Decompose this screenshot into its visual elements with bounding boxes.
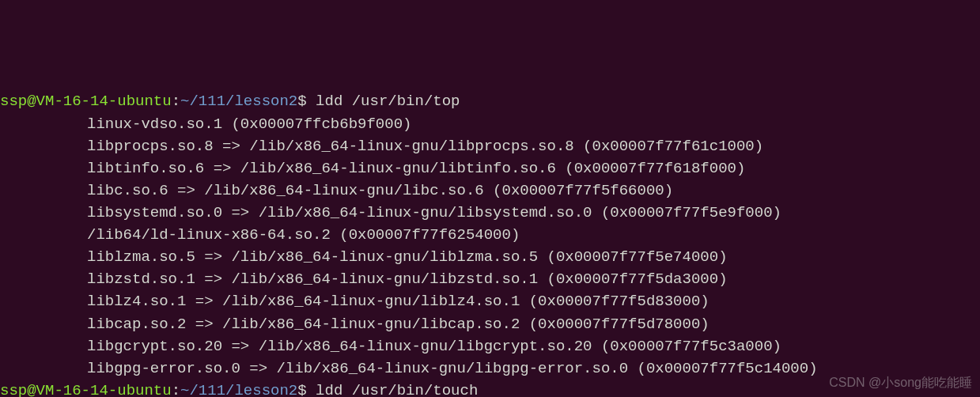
prompt-sep1: :	[172, 382, 180, 397]
output-line: linux-vdso.so.1 (0x00007ffcb6b9f000)	[0, 113, 980, 135]
prompt-line-1: ssp@VM-16-14-ubuntu:~/111/lesson2$ ldd /…	[0, 90, 980, 112]
output-line: liblzma.so.5 => /lib/x86_64-linux-gnu/li…	[0, 246, 980, 268]
prompt-path: ~/111/lesson2	[180, 93, 297, 110]
output-line: libsystemd.so.0 => /lib/x86_64-linux-gnu…	[0, 202, 980, 224]
terminal-output[interactable]: ssp@VM-16-14-ubuntu:~/111/lesson2$ ldd /…	[0, 89, 980, 397]
output-line: libgcrypt.so.20 => /lib/x86_64-linux-gnu…	[0, 335, 980, 357]
output-line: libprocps.so.8 => /lib/x86_64-linux-gnu/…	[0, 135, 980, 157]
output-line: /lib64/ld-linux-x86-64.so.2 (0x00007f77f…	[0, 224, 980, 246]
prompt-sep2: $	[297, 382, 316, 397]
prompt-userhost: ssp@VM-16-14-ubuntu	[0, 382, 172, 397]
command-text: ldd /usr/bin/top	[316, 93, 460, 110]
output-line: libc.so.6 => /lib/x86_64-linux-gnu/libc.…	[0, 180, 980, 202]
prompt-userhost: ssp@VM-16-14-ubuntu	[0, 93, 172, 110]
output-line: libtinfo.so.6 => /lib/x86_64-linux-gnu/l…	[0, 157, 980, 180]
watermark-text: CSDN @小song能吃能睡	[829, 373, 972, 392]
output-line: libzstd.so.1 => /lib/x86_64-linux-gnu/li…	[0, 268, 980, 290]
output-line: libcap.so.2 => /lib/x86_64-linux-gnu/lib…	[0, 313, 980, 335]
command-text: ldd /usr/bin/touch	[316, 382, 478, 397]
prompt-sep1: :	[172, 93, 180, 110]
prompt-path: ~/111/lesson2	[180, 382, 297, 397]
prompt-sep2: $	[297, 93, 316, 110]
output-line: liblz4.so.1 => /lib/x86_64-linux-gnu/lib…	[0, 290, 980, 312]
